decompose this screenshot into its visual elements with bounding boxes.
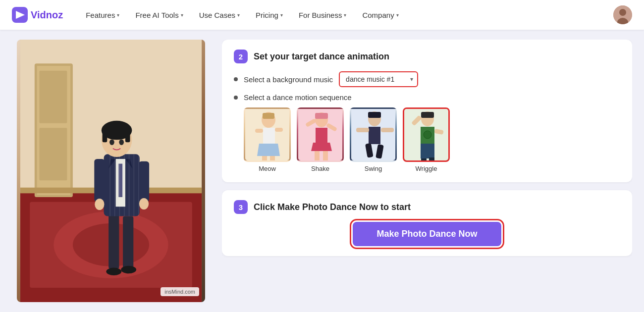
- dance-thumb-meow: [244, 107, 291, 162]
- svg-point-25: [95, 199, 104, 210]
- svg-point-26: [139, 198, 149, 209]
- step3-header: 3 Click Make Photo Dance Now to start: [234, 200, 620, 214]
- svg-rect-17: [123, 216, 133, 269]
- cta-wrapper: Make Photo Dance Now: [234, 222, 620, 246]
- dance-options-grid: Meow: [244, 107, 620, 172]
- nav-item-use-cases[interactable]: Use Cases ▾: [192, 7, 247, 23]
- svg-rect-53: [315, 113, 328, 119]
- logo[interactable]: Vidnoz: [12, 7, 63, 23]
- svg-point-31: [109, 139, 114, 145]
- svg-rect-16: [108, 211, 119, 269]
- bullet-icon: [234, 77, 238, 81]
- svg-point-3: [619, 9, 626, 16]
- svg-rect-70: [421, 112, 434, 118]
- svg-rect-47: [262, 156, 267, 162]
- uploaded-image: insMind.com: [17, 40, 205, 302]
- svg-rect-57: [323, 151, 328, 161]
- vidnoz-logo-icon: [12, 7, 28, 23]
- left-panel: insMind.com: [12, 40, 210, 302]
- svg-rect-48: [270, 156, 275, 162]
- dance-thumb-wriggle: [403, 107, 450, 162]
- logo-text: Vidnoz: [31, 9, 63, 21]
- nav-item-features[interactable]: Features ▾: [79, 7, 126, 23]
- svg-rect-66: [356, 128, 369, 132]
- user-avatar[interactable]: [613, 5, 632, 24]
- navbar: Vidnoz Features ▾ Free AI Tools ▾ Use Ca…: [0, 0, 644, 30]
- svg-rect-23: [94, 159, 105, 202]
- svg-marker-46: [257, 144, 280, 156]
- nav-item-free-ai-tools[interactable]: Free AI Tools ▾: [128, 7, 190, 23]
- music-label: Select a background music: [244, 75, 333, 84]
- svg-rect-45: [263, 128, 275, 144]
- svg-rect-14: [39, 128, 67, 180]
- make-photo-dance-button[interactable]: Make Photo Dance Now: [353, 222, 501, 246]
- step3-card: 3 Click Make Photo Dance Now to start Ma…: [222, 190, 632, 256]
- chevron-down-icon: ▾: [344, 12, 346, 18]
- svg-rect-56: [315, 151, 320, 161]
- music-row: Select a background music dance music #1…: [234, 71, 620, 87]
- nav-menu: Features ▾ Free AI Tools ▾ Use Cases ▾ P…: [79, 7, 613, 23]
- svg-rect-13: [39, 71, 67, 123]
- dance-label-meow: Meow: [259, 165, 276, 172]
- chevron-down-icon: ▾: [181, 12, 183, 18]
- sequence-row: Select a dance motion sequence: [234, 93, 620, 102]
- watermark: insMind.com: [161, 287, 199, 296]
- main-content: insMind.com 2 Set your target dance anim…: [0, 30, 644, 312]
- step3-badge: 3: [234, 200, 248, 214]
- step3-instruction: Click Make Photo Dance Now to start: [254, 202, 411, 212]
- svg-rect-73: [421, 158, 427, 162]
- svg-point-77: [424, 131, 431, 139]
- svg-point-32: [119, 139, 124, 145]
- svg-rect-49: [255, 129, 263, 133]
- svg-rect-62: [368, 112, 381, 118]
- svg-marker-55: [311, 143, 332, 151]
- step2-header: 2 Set your target dance animation: [234, 50, 620, 63]
- svg-rect-67: [381, 128, 394, 132]
- step2-title: Set your target dance animation: [254, 52, 389, 62]
- chevron-down-icon: ▾: [280, 12, 283, 18]
- svg-rect-20: [118, 164, 122, 197]
- step2-card: 2 Set your target dance animation Select…: [222, 40, 632, 182]
- bullet-icon: [234, 96, 238, 100]
- chevron-down-icon: ▾: [117, 12, 119, 18]
- nav-item-pricing[interactable]: Pricing ▾: [249, 7, 290, 23]
- music-select[interactable]: dance music #1 dance music #2 dance musi…: [339, 71, 418, 87]
- step2-badge: 2: [234, 50, 248, 63]
- chevron-down-icon: ▾: [237, 12, 240, 18]
- nav-item-for-business[interactable]: For Business ▾: [292, 7, 354, 23]
- svg-rect-50: [275, 128, 283, 132]
- right-panel: 2 Set your target dance animation Select…: [222, 40, 632, 302]
- dance-thumb-swing: [350, 107, 397, 162]
- svg-rect-63: [369, 127, 380, 144]
- dance-option-meow[interactable]: Meow: [244, 107, 291, 172]
- dance-option-wriggle[interactable]: Wriggle: [403, 107, 450, 172]
- dance-label-wriggle: Wriggle: [416, 165, 437, 172]
- svg-rect-44: [263, 113, 274, 119]
- svg-rect-54: [316, 128, 327, 143]
- svg-rect-24: [139, 161, 149, 202]
- svg-rect-30: [125, 128, 130, 142]
- music-select-wrapper: dance music #1 dance music #2 dance musi…: [339, 71, 418, 87]
- svg-point-33: [106, 268, 121, 275]
- dance-label-shake: Shake: [311, 165, 329, 172]
- chevron-down-icon: ▾: [396, 12, 399, 18]
- svg-rect-29: [103, 128, 107, 142]
- svg-point-34: [121, 266, 136, 273]
- nav-item-company[interactable]: Company ▾: [355, 7, 405, 23]
- dance-option-shake[interactable]: Shake: [297, 107, 344, 172]
- scene-illustration: [17, 40, 205, 302]
- dance-label-swing: Swing: [365, 165, 382, 172]
- svg-rect-72: [421, 144, 434, 158]
- dance-option-swing[interactable]: Swing: [350, 107, 397, 172]
- sequence-label-text: Select a dance motion sequence: [244, 93, 352, 102]
- dance-thumb-shake: [297, 107, 344, 162]
- svg-rect-74: [429, 157, 434, 162]
